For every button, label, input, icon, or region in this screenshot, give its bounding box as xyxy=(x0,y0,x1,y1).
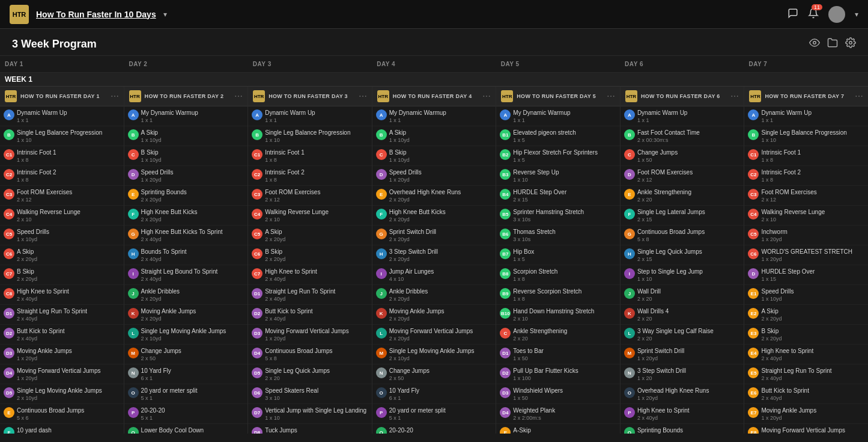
exercise-item[interactable]: B10 Hand Down Hamstring Stretch 2 x 10 xyxy=(496,305,620,325)
eye-icon[interactable] xyxy=(809,37,820,51)
exercise-item[interactable]: P 20 yard or meter split 5 x 1 xyxy=(372,404,496,424)
exercise-item[interactable]: E3 B Skip 2 x 20yd xyxy=(744,325,868,345)
exercise-item[interactable]: B4 HURDLE Step Over 2 x 15 xyxy=(496,186,620,206)
exercise-item[interactable]: E6 Butt Kick to Sprint 2 x 40yd xyxy=(744,384,868,404)
exercise-item[interactable]: E4 High Knee to Sprint 2 x 40yd xyxy=(744,345,868,364)
exercise-item[interactable]: F 10 yard dash 5 x 1 xyxy=(0,424,124,434)
exercise-item[interactable]: C Ankle Strengthening 2 x 20 xyxy=(496,325,620,345)
exercise-item[interactable]: E A-Skip 1 x 20yd xyxy=(496,424,620,434)
nav-chevron-icon[interactable]: ▾ xyxy=(163,10,167,19)
exercise-item[interactable]: N 3 Step Switch Drill 1 x 20 xyxy=(621,364,744,384)
exercise-item[interactable]: C3 Foot ROM Exercises 2 x 12 xyxy=(744,186,868,206)
exercise-item[interactable]: D4 Weighted Plank 2 x 2:00m:s xyxy=(496,404,620,424)
exercise-item[interactable]: C3 Foot ROM Exercises 2 x 12 xyxy=(248,186,372,206)
exercise-item[interactable]: G Sprint Switch Drill 2 x 20yd xyxy=(372,226,496,245)
card-menu-icon[interactable]: ⋯ xyxy=(359,91,367,101)
exercise-item[interactable]: I Jump Air Lunges 4 x 10 xyxy=(372,265,496,285)
exercise-item[interactable]: B Single Leg Balance Progression 1 x 10 xyxy=(0,126,124,146)
exercise-item[interactable]: C B Skip 1 x 10yd xyxy=(372,146,496,166)
exercise-item[interactable]: H 3 Step Switch Drill 2 x 20yd xyxy=(372,245,496,265)
exercise-item[interactable]: O Overhead High Knee Runs 1 x 20yd xyxy=(621,384,744,404)
exercise-item[interactable]: A Dynamic Warm Up 1 x 1 xyxy=(621,106,744,126)
exercise-item[interactable]: A Dynamic Warm Up 1 x 1 xyxy=(248,106,372,126)
exercise-item[interactable]: M Change Jumps 2 x 50 xyxy=(124,345,248,364)
chat-icon[interactable] xyxy=(788,8,798,21)
exercise-item[interactable]: C8 High Knee to Sprint 2 x 40yd xyxy=(0,285,124,305)
card-menu-icon[interactable]: ⋯ xyxy=(234,91,243,101)
exercise-item[interactable]: D4 Moving Forward Vertical Jumps 1 x 20y… xyxy=(0,364,124,384)
exercise-item[interactable]: E Sprinting Bounds 2 x 20yd xyxy=(124,186,248,206)
exercise-item[interactable]: D1 Straight Leg Run To Sprint 2 x 40yd xyxy=(248,285,372,305)
exercise-item[interactable]: C6 B Skip 2 x 20yd xyxy=(248,245,372,265)
exercise-item[interactable]: J Ankle Dribbles 2 x 20yd xyxy=(372,285,496,305)
exercise-item[interactable]: C4 Walking Reverse Lunge 2 x 10 xyxy=(248,206,372,226)
exercise-item[interactable]: B7 Hip Box 1 x 5 xyxy=(496,245,620,265)
exercise-item[interactable]: C1 Intrinsic Foot 1 1 x 8 xyxy=(744,146,868,166)
exercise-item[interactable]: B Fast Foot Contact Time 2 x 00:30m:s xyxy=(621,126,744,146)
exercise-item[interactable]: E7 Moving Ankle Jumps 1 x 20yd xyxy=(744,404,868,424)
exercise-item[interactable]: H Single Leg Quick Jumps 2 x 15 xyxy=(621,245,744,265)
exercise-item[interactable]: D3 Moving Ankle Jumps 1 x 20yd xyxy=(0,345,124,364)
exercise-item[interactable]: B3 Reverse Step Up 1 x 10 xyxy=(496,166,620,186)
exercise-item[interactable]: B9 Reverse Scorpion Stretch 1 x 8 xyxy=(496,285,620,305)
exercise-item[interactable]: D HURDLE Step Over 1 x 15 xyxy=(744,265,868,285)
exercise-item[interactable]: B2 Hip Flexor Stretch For Sprinters 1 x … xyxy=(496,146,620,166)
exercise-item[interactable]: D4 Continuous Broad Jumps 5 x 8 xyxy=(248,345,372,364)
exercise-item[interactable]: C2 Intrinsic Foot 2 1 x 8 xyxy=(744,166,868,186)
exercise-item[interactable]: C5 A Skip 2 x 20yd xyxy=(248,226,372,245)
exercise-item[interactable]: E5 Straight Leg Run To Sprint 2 x 40yd xyxy=(744,364,868,384)
avatar[interactable] xyxy=(828,6,845,23)
exercise-item[interactable]: B Single Leg Balance Progression 1 x 10 xyxy=(248,126,372,146)
exercise-item[interactable]: N 10 Yard Fly 6 x 1 xyxy=(124,364,248,384)
exercise-item[interactable]: E Ankle Strengthening 2 x 20 xyxy=(621,186,744,206)
exercise-item[interactable]: B1 Elevated pigeon stretch 1 x 5 xyxy=(496,126,620,146)
exercise-item[interactable]: Q 20-20-20 5 x 1 xyxy=(372,424,496,434)
exercise-item[interactable]: L Single Leg Moving Ankle Jumps 2 x 10yd xyxy=(124,325,248,345)
exercise-item[interactable]: G Continuous Broad Jumps 5 x 8 xyxy=(621,226,744,245)
exercise-item[interactable]: D2 Pull Up Bar Flutter Kicks 1 x 100 xyxy=(496,364,620,384)
exercise-item[interactable]: C2 Intrinsic Foot 2 1 x 8 xyxy=(248,166,372,186)
exercise-item[interactable]: D2 Butt Kick to Sprint 2 x 40yd xyxy=(0,325,124,345)
exercise-item[interactable]: C5 Speed Drills 1 x 10yd xyxy=(0,226,124,245)
exercise-item[interactable]: C7 B Skip 2 x 20yd xyxy=(0,265,124,285)
card-menu-icon[interactable]: ⋯ xyxy=(730,91,739,101)
exercise-item[interactable]: C1 Intrinsic Foot 1 1 x 8 xyxy=(248,146,372,166)
card-menu-icon[interactable]: ⋯ xyxy=(607,91,615,101)
exercise-item[interactable]: L 3 Way Single Leg Calf Raise 2 x 20 xyxy=(621,325,744,345)
exercise-item[interactable]: Q Sprinting Bounds 1 x 20yd xyxy=(621,424,744,434)
exercise-item[interactable]: D5 Single Leg Quick Jumps 2 x 20 xyxy=(248,364,372,384)
exercise-item[interactable]: D3 Windshield Wipers 1 x 50 xyxy=(496,384,620,404)
exercise-item[interactable]: P High Knee to Sprint 2 x 40yd xyxy=(621,404,744,424)
exercise-item[interactable]: D8 Tuck Jumps 5 x 10 xyxy=(248,424,372,434)
card-menu-icon[interactable]: ⋯ xyxy=(482,91,491,101)
exercise-item[interactable]: C5 Inchworm 1 x 20yd xyxy=(744,226,868,245)
exercise-item[interactable]: B A Skip 1 x 10yd xyxy=(124,126,248,146)
exercise-item[interactable]: M Single Leg Moving Ankle Jumps 2 x 10yd xyxy=(372,345,496,364)
exercise-item[interactable]: D Speed Drills 1 x 20yd xyxy=(372,166,496,186)
exercise-item[interactable]: A Dynamic Warm Up 1 x 1 xyxy=(0,106,124,126)
exercise-item[interactable]: F High Knee Butt Kicks 2 x 20yd xyxy=(124,206,248,226)
exercise-item[interactable]: H Bounds To Sprint 2 x 40yd xyxy=(124,245,248,265)
exercise-item[interactable]: E Overhead High Knee Runs 2 x 20yd xyxy=(372,186,496,206)
exercise-item[interactable]: L Moving Forward Vertical Jumps 2 x 20yd xyxy=(372,325,496,345)
exercise-item[interactable]: O 10 Yard Fly 6 x 1 xyxy=(372,384,496,404)
exercise-item[interactable]: K Moving Ankle Jumps 2 x 20yd xyxy=(372,305,496,325)
exercise-item[interactable]: C4 Walking Reverse Lunge 2 x 10 xyxy=(744,206,868,226)
exercise-item[interactable]: P 20-20-20 5 x 1 xyxy=(124,404,248,424)
avatar-chevron-icon[interactable]: ▾ xyxy=(855,10,858,19)
notification-icon[interactable]: 11 xyxy=(808,8,819,21)
exercise-item[interactable]: D5 Single Leg Moving Ankle Jumps 2 x 10y… xyxy=(0,384,124,404)
exercise-item[interactable]: A My Dynamic Warmup 1 x 1 xyxy=(496,106,620,126)
exercise-item[interactable]: E2 A Skip 2 x 20yd xyxy=(744,305,868,325)
card-menu-icon[interactable]: ⋯ xyxy=(855,91,863,101)
exercise-item[interactable]: C7 High Knee to Sprint 2 x 40yd xyxy=(248,265,372,285)
exercise-item[interactable]: C3 Foot ROM Exercises 2 x 12 xyxy=(0,186,124,206)
exercise-item[interactable]: C Change Jumps 1 x 50 xyxy=(621,146,744,166)
exercise-item[interactable]: D2 Butt Kick to Sprint 2 x 40yd xyxy=(248,305,372,325)
exercise-item[interactable]: J Ankle Dribbles 2 x 20yd xyxy=(124,285,248,305)
exercise-item[interactable]: D3 Moving Forward Vertical Jumps 1 x 20y… xyxy=(248,325,372,345)
exercise-item[interactable]: D7 Vertical Jump with Single Leg Landing… xyxy=(248,404,372,424)
exercise-item[interactable]: E8 Moving Forward Vertical Jumps 1 x 20y… xyxy=(744,424,868,434)
folder-icon[interactable] xyxy=(827,37,838,51)
exercise-item[interactable]: B Single Leg Balance Progression 1 x 10 xyxy=(744,126,868,146)
